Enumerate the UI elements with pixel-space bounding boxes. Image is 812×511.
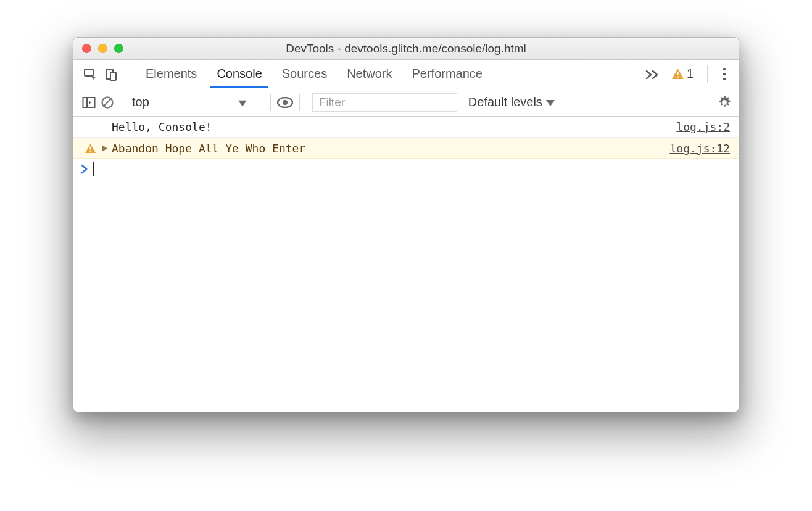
kebab-menu-icon[interactable] (715, 65, 734, 83)
svg-line-11 (104, 99, 111, 106)
live-expression-icon[interactable] (276, 93, 294, 112)
tab-performance[interactable]: Performance (402, 60, 493, 88)
warnings-count: 1 (687, 67, 694, 81)
tab-network[interactable]: Network (337, 60, 402, 88)
context-selector[interactable]: top (127, 93, 167, 112)
toggle-console-sidebar-icon[interactable] (80, 93, 98, 112)
svg-point-13 (283, 99, 288, 104)
titlebar: DevTools - devtools.glitch.me/console/lo… (73, 38, 739, 60)
separator (270, 94, 271, 111)
svg-rect-2 (110, 72, 116, 80)
traffic-lights (82, 44, 123, 53)
console-row[interactable]: Abandon Hope All Ye Who Enter log.js:12 (73, 138, 739, 159)
chevron-down-icon (546, 95, 555, 109)
source-link[interactable]: log.js:12 (669, 142, 730, 155)
svg-rect-16 (89, 150, 91, 151)
console-row[interactable]: Hello, Console! log.js:2 (73, 117, 739, 138)
chevron-down-icon (238, 95, 247, 109)
console-settings-icon[interactable] (715, 93, 734, 112)
svg-rect-4 (677, 77, 678, 78)
panel-tabs: Elements Console Sources Network Perform… (136, 60, 492, 88)
levels-label: Default levels (468, 95, 542, 109)
console-message: Hello, Console! (109, 120, 676, 133)
log-levels-selector[interactable]: Default levels (465, 95, 558, 109)
svg-point-7 (723, 77, 726, 80)
filter-input[interactable] (312, 93, 457, 112)
minimize-window-button[interactable] (98, 44, 107, 53)
svg-rect-15 (89, 146, 91, 149)
svg-point-6 (723, 72, 726, 75)
svg-point-5 (723, 67, 726, 70)
clear-console-icon[interactable] (98, 93, 117, 112)
separator (710, 94, 710, 111)
devtools-window: DevTools - devtools.glitch.me/console/lo… (73, 37, 739, 412)
console-prompt[interactable] (73, 159, 739, 180)
console-message: Abandon Hope All Ye Who Enter (109, 142, 669, 155)
prompt-chevron-icon (81, 164, 88, 174)
warnings-badge[interactable]: 1 (672, 67, 694, 81)
separator (707, 65, 708, 83)
inspect-element-icon[interactable] (81, 65, 99, 83)
tab-elements[interactable]: Elements (136, 60, 207, 88)
svg-point-14 (723, 101, 726, 104)
source-link[interactable]: log.js:2 (676, 120, 730, 133)
context-label: top (132, 95, 149, 109)
console-messages: Hello, Console! log.js:2 Abandon Hope Al… (73, 117, 739, 412)
warning-triangle-icon (672, 69, 684, 79)
separator (128, 65, 128, 83)
devtools-tabstrip: Elements Console Sources Network Perform… (73, 60, 739, 88)
device-toolbar-icon[interactable] (102, 65, 120, 83)
separator (122, 94, 122, 111)
text-cursor (93, 162, 94, 176)
tab-console[interactable]: Console (207, 60, 271, 88)
svg-rect-0 (85, 69, 93, 76)
expand-icon[interactable] (99, 145, 109, 152)
window-title: DevTools - devtools.glitch.me/console/lo… (73, 42, 739, 56)
zoom-window-button[interactable] (114, 44, 123, 53)
svg-rect-3 (677, 72, 678, 75)
console-toolbar: top Default levels (73, 88, 739, 117)
warning-icon (81, 144, 99, 153)
close-window-button[interactable] (82, 44, 91, 53)
more-tabs-icon[interactable] (641, 65, 663, 83)
tab-sources[interactable]: Sources (272, 60, 337, 88)
separator (299, 94, 300, 111)
